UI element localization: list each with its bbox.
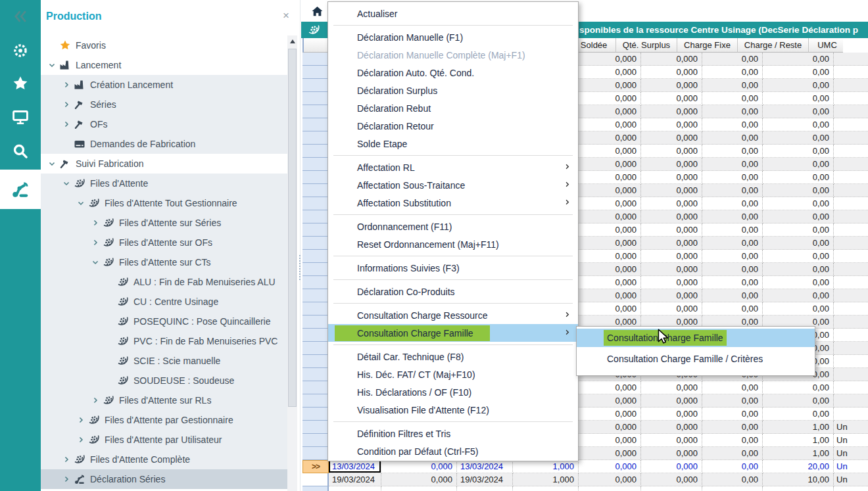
row-selector-cell[interactable] [302, 368, 329, 381]
cell-umc[interactable] [834, 118, 868, 131]
cell-qte-surplus[interactable]: 0,000 [641, 421, 702, 434]
menu-item[interactable]: Solde Etape [328, 135, 578, 152]
cell-charge-fixe[interactable]: 0,00 [702, 145, 763, 158]
cell-umc[interactable]: Un [834, 473, 868, 486]
cell-qte-surplus[interactable]: 0,000 [641, 210, 702, 223]
cell-qte-surplus[interactable]: 0,000 [641, 158, 702, 171]
menu-item[interactable]: Détail Car. Technique (F8) [328, 348, 578, 365]
cell-qte-surplus[interactable]: 0,000 [641, 394, 702, 408]
row-selector-cell[interactable] [302, 355, 329, 368]
cell-umc[interactable] [834, 184, 868, 197]
cell-date-fin[interactable]: 13/03/2024 [457, 460, 513, 473]
tree-chevron-icon[interactable] [45, 159, 59, 168]
menu-item[interactable]: Informations Suivies (F3) [328, 259, 578, 277]
menu-item[interactable]: Déclaration Surplus [328, 82, 578, 99]
row-selector-cell[interactable] [302, 105, 329, 118]
cell-qte-surplus[interactable]: 0,000 [641, 171, 702, 184]
cell-charge-reste[interactable]: 0,00 [763, 289, 834, 302]
cell-umc[interactable] [834, 486, 868, 491]
tree-item[interactable]: Demandes de Fabrication [41, 134, 287, 154]
menu-item[interactable]: Affectation Substitution [328, 194, 578, 212]
cell-charge-reste[interactable]: 0,00 [763, 158, 834, 171]
cell-qte-soldee[interactable]: 0,000 [579, 394, 641, 408]
tree-item[interactable]: Suivi Fabrication [41, 154, 287, 174]
cell-charge-reste[interactable]: 0,00 [763, 381, 834, 394]
cell-umc[interactable] [834, 408, 868, 421]
cell-umc[interactable] [834, 276, 868, 289]
cell-charge-reste[interactable]: 0,00 [763, 66, 834, 79]
cell-qte-soldee[interactable]: 0,000 [579, 250, 641, 263]
cell-date-debut[interactable]: 19/03/2024 [329, 473, 381, 486]
cell-charge-reste[interactable]: 0,00 [763, 184, 834, 197]
row-selector-cell[interactable] [302, 408, 329, 421]
cell-charge-reste[interactable]: 0,00 [763, 171, 834, 184]
menu-item[interactable] [333, 155, 573, 156]
menu-item[interactable]: His. Déc. FAT/ CT (Maj+F10) [328, 365, 578, 383]
submenu-item[interactable]: Consultation Charge Famille / Critères [577, 350, 815, 368]
menu-item[interactable] [333, 279, 573, 280]
row-selector-cell[interactable] [302, 486, 329, 491]
cell-qte-surplus[interactable]: 0,000 [641, 263, 702, 276]
menu-item[interactable]: Déclaration Auto. Qté. Cond. [328, 64, 578, 82]
row-selector-cell[interactable] [302, 302, 329, 316]
row-selector-cell[interactable] [302, 171, 329, 184]
cell-qte-soldee[interactable]: 0,000 [579, 460, 641, 473]
cell-umc[interactable]: Un [834, 460, 868, 473]
row-selector-cell[interactable] [302, 118, 329, 131]
cell-charge-fixe[interactable]: 0,00 [702, 263, 763, 276]
cell-umc[interactable] [834, 210, 868, 223]
cell-qte-surplus[interactable]: 0,000 [641, 92, 702, 105]
cell-qte-surplus[interactable]: 0,000 [641, 66, 702, 79]
menu-item[interactable] [333, 303, 573, 304]
row-selector-cell[interactable] [302, 394, 329, 408]
robot-arm-icon-active[interactable] [0, 170, 41, 209]
cell-charge-reste[interactable]: 0,00 [763, 408, 834, 421]
cell-qte-surplus[interactable]: 0,000 [641, 276, 702, 289]
row-selector-cell[interactable] [302, 329, 329, 342]
cell-charge-fixe[interactable]: 0,00 [702, 237, 763, 250]
row-selector-cell[interactable] [302, 158, 329, 171]
cell-qte-soldee[interactable] [579, 486, 641, 491]
cell-qte-soldee[interactable]: 0,000 [579, 381, 641, 394]
cell-qte-surplus[interactable]: 0,000 [641, 237, 702, 250]
cell-umc[interactable] [834, 394, 868, 408]
cell-qte-surplus[interactable] [641, 486, 702, 491]
row-selector-cell[interactable] [302, 210, 329, 223]
tree-chevron-icon[interactable] [59, 139, 74, 149]
cell-qte-surplus[interactable]: 0,000 [641, 302, 702, 316]
cell-qte-soldee[interactable]: 0,000 [579, 447, 641, 460]
tree-chevron-icon[interactable] [45, 41, 59, 50]
cell-qte-surplus[interactable]: 0,000 [641, 408, 702, 421]
menu-item[interactable]: Déclaration Manuelle (F1) [328, 28, 578, 46]
tree-chevron-icon[interactable] [103, 317, 117, 326]
row-selector-cell[interactable] [302, 145, 329, 158]
cell-umc[interactable] [834, 289, 868, 302]
cell-qte-surplus[interactable]: 0,000 [641, 250, 702, 263]
cell-charge-fixe[interactable]: 0,00 [702, 171, 763, 184]
cell-charge-fixe[interactable]: 0,00 [702, 223, 763, 237]
cell-qte-surplus[interactable]: 0,000 [641, 131, 702, 145]
column-header-umc[interactable]: UMC [809, 38, 843, 53]
row-selector-cell[interactable]: >> [302, 460, 329, 473]
cell-charge-fixe[interactable]: 0,00 [702, 79, 763, 92]
tree-item[interactable]: Files d'Attente par Utilisateur [41, 430, 287, 450]
row-selector-cell[interactable] [302, 447, 329, 460]
cell-qte-soldee[interactable]: 0,000 [579, 302, 641, 316]
cell-umc[interactable] [834, 368, 868, 381]
menu-item[interactable]: Consultation Charge Famille [328, 324, 578, 342]
cell-charge-reste[interactable]: 20,00 [763, 460, 834, 473]
row-selector-cell[interactable] [302, 131, 329, 145]
tree-item[interactable]: Files d'Attente sur OFs [41, 233, 287, 252]
cell-qte-soldee[interactable]: 0,000 [579, 408, 641, 421]
menu-item[interactable]: Actualiser [328, 5, 578, 22]
cell-charge-fixe[interactable] [702, 486, 763, 491]
tree-item[interactable]: POSEQUINC : Pose Quincaillerie [41, 312, 287, 331]
cell-qte-surplus[interactable]: 0,000 [641, 105, 702, 118]
tree-chevron-icon[interactable] [103, 376, 117, 385]
tree-item[interactable]: Séries [41, 95, 287, 114]
cell-charge-reste[interactable]: 0,00 [763, 394, 834, 408]
column-header-qte-surplus[interactable]: Qté. Surplus [616, 38, 677, 53]
menu-item[interactable] [333, 214, 573, 215]
tree-item[interactable]: Files d'Attente Tout Gestionnaire [41, 193, 287, 213]
tree-item[interactable]: Files d'Attente sur CTs [41, 252, 287, 272]
